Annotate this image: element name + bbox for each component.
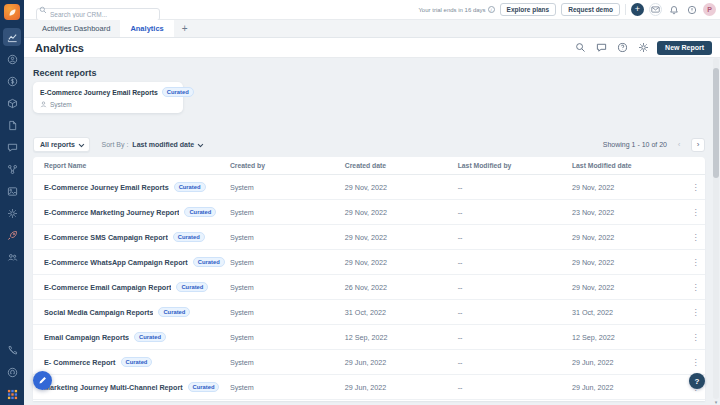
curated-badge: Curated bbox=[193, 257, 225, 267]
help-icon[interactable] bbox=[615, 41, 629, 55]
freshworks-logo-icon[interactable] bbox=[4, 4, 20, 20]
modified-date: 29 Nov, 2022 bbox=[572, 258, 686, 267]
avatar[interactable]: P bbox=[703, 3, 716, 16]
created-date: 12 Sep, 2022 bbox=[345, 333, 458, 342]
filter-row: All reports Sort By : Last modified date… bbox=[33, 137, 705, 152]
table-row[interactable]: E-Commerce WhatsApp Campaign Report Cura… bbox=[33, 250, 705, 275]
table-body: E-Commerce Journey Email Reports Curated… bbox=[33, 175, 705, 400]
created-date: 29 Nov, 2022 bbox=[345, 258, 458, 267]
row-kebab-menu-icon[interactable]: ⋮ bbox=[686, 233, 705, 242]
created-by: System bbox=[230, 358, 345, 367]
whats-new-icon[interactable] bbox=[685, 3, 698, 16]
table-row[interactable]: E-Commerce SMS Campaign Report Curated S… bbox=[33, 225, 705, 250]
info-icon[interactable]: i bbox=[488, 6, 495, 13]
report-name: E-Commerce WhatsApp Campaign Report bbox=[44, 258, 188, 267]
sidebar-item-team[interactable] bbox=[3, 248, 21, 266]
row-kebab-menu-icon[interactable]: ⋮ bbox=[686, 208, 705, 217]
recent-reports-heading: Recent reports bbox=[33, 68, 97, 78]
sidebar-item-products[interactable] bbox=[3, 94, 21, 112]
sort-by-dropdown[interactable]: Last modified date bbox=[132, 141, 201, 148]
add-tab-icon[interactable]: + bbox=[174, 20, 196, 37]
table-row[interactable]: E-Commerce Journey Email Reports Curated… bbox=[33, 175, 705, 200]
row-kebab-menu-icon[interactable]: ⋮ bbox=[686, 283, 705, 292]
sidebar-item-getting-started[interactable] bbox=[3, 226, 21, 244]
pagination-next-button[interactable]: › bbox=[691, 138, 705, 152]
sort-by-value: Last modified date bbox=[132, 141, 194, 148]
workflow-icon bbox=[7, 164, 18, 175]
sidebar-item-app-switcher[interactable] bbox=[3, 385, 21, 403]
table-row[interactable]: E-Commerce Email Campaign Report Curated… bbox=[33, 275, 705, 300]
explore-plans-button[interactable]: Explore plans bbox=[500, 3, 557, 16]
table-row[interactable]: Marketing Journey Multi-Channel Report C… bbox=[33, 375, 705, 400]
tab-analytics[interactable]: Analytics bbox=[120, 20, 173, 37]
sidebar-item-analytics[interactable] bbox=[3, 28, 21, 46]
table-row[interactable]: Social Media Campaign Reports Curated Sy… bbox=[33, 300, 705, 325]
row-kebab-menu-icon[interactable]: ⋮ bbox=[686, 308, 705, 317]
modified-by: -- bbox=[458, 333, 572, 342]
quick-add-button[interactable]: + bbox=[631, 3, 644, 16]
feedback-pencil-fab[interactable] bbox=[33, 371, 52, 390]
sidebar-item-conversations[interactable] bbox=[3, 138, 21, 156]
all-reports-dropdown[interactable]: All reports bbox=[33, 137, 90, 152]
row-kebab-menu-icon[interactable]: ⋮ bbox=[686, 258, 705, 267]
pencil-icon bbox=[38, 376, 47, 385]
search-icon bbox=[39, 6, 47, 14]
page-title: Analytics bbox=[35, 42, 84, 54]
row-kebab-menu-icon[interactable]: ⋮ bbox=[686, 358, 705, 367]
cube-icon bbox=[7, 98, 18, 109]
app-window: Your trial ends in 16 days i Explore pla… bbox=[0, 0, 720, 405]
request-demo-button[interactable]: Request demo bbox=[561, 3, 620, 16]
table-row[interactable]: E-Commerce Marketing Journey Report Cura… bbox=[33, 200, 705, 225]
row-kebab-menu-icon[interactable]: ⋮ bbox=[686, 183, 705, 192]
sidebar-item-settings[interactable] bbox=[3, 204, 21, 222]
sidebar-item-documents[interactable] bbox=[3, 116, 21, 134]
curated-badge: Curated bbox=[158, 307, 190, 317]
tab-activities-dashboard[interactable]: Activities Dashboard bbox=[32, 20, 120, 37]
created-by: System bbox=[230, 208, 345, 217]
modified-by: -- bbox=[458, 208, 572, 217]
page-scrollbar[interactable] bbox=[713, 58, 719, 399]
sidebar-item-support[interactable] bbox=[3, 363, 21, 381]
person-circle-icon bbox=[7, 54, 18, 65]
curated-badge: Curated bbox=[173, 232, 205, 242]
row-kebab-menu-icon[interactable]: ⋮ bbox=[686, 333, 705, 342]
scrollbar-down-arrow[interactable]: ▾ bbox=[713, 399, 719, 405]
sidebar-item-phone[interactable] bbox=[3, 341, 21, 359]
sidebar-item-deals[interactable] bbox=[3, 72, 21, 90]
owner-icon bbox=[40, 101, 47, 108]
modified-date: 29 Nov, 2022 bbox=[572, 283, 686, 292]
search-reports-icon[interactable] bbox=[573, 41, 587, 55]
report-settings-gear-icon[interactable] bbox=[636, 41, 650, 55]
sidebar-item-automations[interactable] bbox=[3, 160, 21, 178]
report-name: E-Commerce Email Campaign Report bbox=[44, 283, 171, 292]
sidebar-item-files[interactable] bbox=[3, 182, 21, 200]
email-icon[interactable] bbox=[649, 3, 662, 16]
pagination-text: Showing 1 - 10 of 20 bbox=[603, 141, 667, 148]
modified-by: -- bbox=[458, 283, 572, 292]
headset-circle-icon bbox=[7, 367, 18, 378]
created-by: System bbox=[230, 383, 345, 392]
curated-badge: Curated bbox=[176, 282, 208, 292]
col-created-by: Created by bbox=[230, 162, 345, 169]
created-by: System bbox=[230, 283, 345, 292]
notifications-bell-icon[interactable] bbox=[667, 3, 680, 16]
col-report-name: Report Name bbox=[33, 162, 230, 169]
report-name: Email Campaign Reports bbox=[44, 333, 129, 342]
col-last-modified-by: Last Modified by bbox=[458, 162, 572, 169]
recent-report-card[interactable]: E-Commerce Journey Email Reports Curated… bbox=[33, 82, 183, 113]
page-header: Analytics New Report bbox=[24, 38, 720, 58]
new-report-button[interactable]: New Report bbox=[657, 41, 712, 55]
chat-bubble-icon bbox=[7, 142, 18, 153]
app-grid-icon bbox=[7, 389, 18, 400]
table-row[interactable]: Email Campaign Reports Curated System 12… bbox=[33, 325, 705, 350]
help-fab[interactable]: ? bbox=[689, 373, 705, 389]
created-date: 26 Nov, 2022 bbox=[345, 283, 458, 292]
pagination-prev-button[interactable]: ‹ bbox=[672, 138, 686, 152]
created-by: System bbox=[230, 258, 345, 267]
scrollbar-thumb[interactable] bbox=[713, 68, 719, 178]
feedback-comment-icon[interactable] bbox=[594, 41, 608, 55]
table-row[interactable]: E- Commerce Report Curated System 29 Jun… bbox=[33, 350, 705, 375]
created-by: System bbox=[230, 183, 345, 192]
sidebar-item-contacts[interactable] bbox=[3, 50, 21, 68]
report-name: Marketing Journey Multi-Channel Report bbox=[44, 383, 183, 392]
